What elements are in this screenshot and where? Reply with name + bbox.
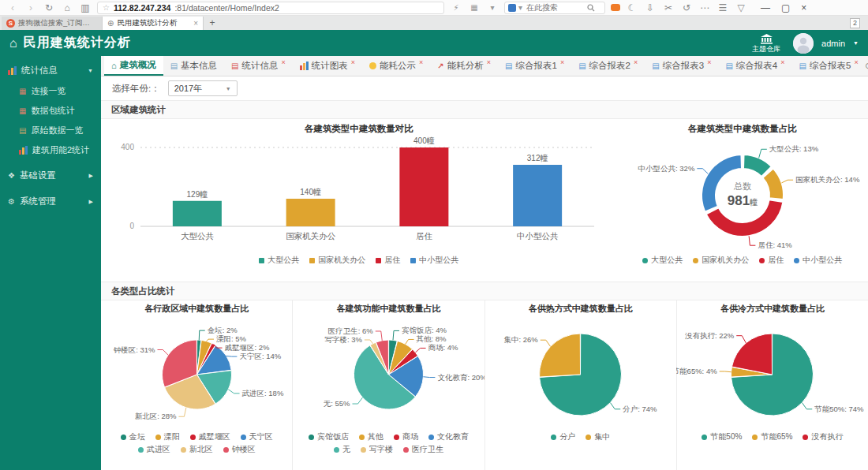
- game-center-icon[interactable]: [611, 4, 620, 11]
- pie-chart-district[interactable]: 金坛: 2%溧阳: 5%戚墅堰区: 2%天宁区: 14%武进区: 18%新北区:…: [101, 315, 293, 430]
- sidebar-item-stats-info[interactable]: 统计信息 ▼: [0, 60, 101, 81]
- legend-item[interactable]: 集中: [586, 431, 610, 442]
- screenshot-icon[interactable]: ✂: [662, 1, 675, 15]
- legend-item[interactable]: 居住: [759, 255, 784, 266]
- legend-item[interactable]: 没有执行: [803, 431, 843, 442]
- sidebar-item-system-admin[interactable]: ⚙ 系统管理 ▶: [0, 191, 101, 212]
- new-tab-button[interactable]: +: [204, 17, 221, 30]
- sidebar-item-raw-data[interactable]: ▤ 原始数据一览: [0, 121, 101, 140]
- year-select[interactable]: 2017年 ▼: [168, 80, 238, 96]
- tab-report-5[interactable]: ▤ 综合报表5 ×: [792, 56, 866, 76]
- tab-stats-info[interactable]: ▤ 统计信息 ×: [224, 56, 293, 76]
- legend-item[interactable]: 文化教育: [428, 431, 469, 442]
- donut-chart-building-share[interactable]: 大型公共: 13%国家机关办公: 14%居住: 41%中小型公共: 32%总数9…: [619, 135, 866, 253]
- search-engine-icon[interactable]: [508, 4, 516, 12]
- legend-item[interactable]: 中小型公共: [794, 255, 842, 266]
- theme-repo-button[interactable]: 主题仓库: [752, 34, 780, 53]
- close-tab-icon[interactable]: ×: [634, 58, 638, 66]
- address-bar[interactable]: ☆ 112.82.247.234:81/datacenter/Home/Inde…: [97, 2, 444, 14]
- tab-basic-info[interactable]: ▤ 基本信息: [163, 56, 224, 76]
- legend-item[interactable]: 居住: [376, 255, 400, 266]
- pie-chart-function[interactable]: 宾馆饭店: 4%其他: 8%商场: 4%文化教育: 20%无: 55%写字楼: …: [293, 315, 485, 430]
- legend-item[interactable]: 新北区: [181, 444, 213, 455]
- browser-search-box[interactable]: ▾: [504, 2, 605, 14]
- legend-item[interactable]: 天宁区: [241, 431, 273, 442]
- more-icon[interactable]: ⋯: [698, 1, 711, 15]
- bookmark-star-icon[interactable]: ☆: [103, 3, 110, 12]
- close-tab-icon[interactable]: ×: [854, 58, 858, 66]
- sidebar-item-connections[interactable]: ▦ 连接一览: [0, 81, 101, 101]
- legend-item[interactable]: 溧阳: [155, 431, 180, 442]
- refresh-tabs-icon[interactable]: ⟳: [866, 61, 868, 72]
- night-mode-icon[interactable]: ☾: [626, 1, 638, 15]
- pie-chart-heating[interactable]: 分户: 74%集中: 26%: [485, 315, 676, 430]
- legend-item[interactable]: 无: [334, 444, 350, 455]
- browser-tab-current[interactable]: ⊕ 民用建筑统计分析 ×: [103, 17, 204, 30]
- tab-building-overview[interactable]: ⌂ 建筑概况: [104, 56, 163, 76]
- close-button[interactable]: ×: [801, 2, 806, 13]
- tab-report-2[interactable]: ▤ 综合报表2 ×: [571, 56, 645, 76]
- sidebar-item-basic-settings[interactable]: ❖ 基础设置 ▶: [0, 165, 101, 186]
- legend-item[interactable]: 国家机关办公: [309, 255, 365, 266]
- svg-text:金坛: 2%: 金坛: 2%: [207, 326, 238, 334]
- legend-item[interactable]: 其他: [359, 431, 383, 442]
- close-tab-icon[interactable]: ×: [780, 58, 784, 66]
- svg-text:0: 0: [130, 222, 135, 230]
- legend-item[interactable]: 中小型公共: [410, 255, 458, 266]
- menu-icon[interactable]: ☰: [716, 1, 729, 15]
- username[interactable]: admin: [821, 39, 845, 48]
- close-tab-icon[interactable]: ×: [419, 58, 423, 66]
- bar-chart-building-count[interactable]: 4000129幢大型公共140幢国家机关办公400幢居住312幢中小型公共: [104, 135, 613, 253]
- legend-item[interactable]: 金坛: [121, 431, 145, 442]
- legend-item[interactable]: 医疗卫生: [403, 444, 443, 455]
- close-tab-icon[interactable]: ×: [487, 58, 491, 66]
- reader-mode-icon[interactable]: ▥: [79, 1, 92, 15]
- forward-icon[interactable]: ›: [24, 1, 37, 15]
- tab-report-1[interactable]: ▤ 综合报表1 ×: [498, 56, 571, 76]
- avatar[interactable]: [793, 33, 814, 54]
- minimize-button[interactable]: —: [761, 2, 770, 13]
- close-tab-icon[interactable]: ×: [707, 58, 711, 66]
- close-tab-icon[interactable]: ×: [351, 58, 355, 66]
- close-tab-icon[interactable]: ×: [282, 58, 286, 66]
- legend-item[interactable]: 国家机关办公: [693, 255, 749, 266]
- tab-energy-analysis[interactable]: ↗ 能耗分析 ×: [430, 56, 498, 76]
- legend-item[interactable]: 宾馆饭店: [309, 431, 349, 442]
- legend-item[interactable]: 戚墅堰区: [190, 431, 230, 442]
- legend-item[interactable]: 分户: [551, 431, 575, 442]
- user-menu-caret-icon[interactable]: ▼: [853, 40, 859, 46]
- refresh-icon[interactable]: ↻: [43, 1, 55, 15]
- engine-dropdown-icon[interactable]: ▾: [518, 3, 522, 12]
- browser-tab-sogou[interactable]: S 搜狗微信搜索_订阅号及文章内容独家: [2, 17, 103, 30]
- back-icon[interactable]: ‹: [6, 1, 19, 15]
- home-icon[interactable]: ⌂: [61, 1, 73, 15]
- legend-item[interactable]: 节能50%: [702, 431, 742, 442]
- legend-item[interactable]: 大型公共: [259, 255, 299, 266]
- legend-item[interactable]: 钟楼区: [223, 444, 256, 455]
- page-count-badge[interactable]: 2: [850, 18, 860, 28]
- legend-item[interactable]: 武进区: [138, 444, 170, 455]
- legend-item[interactable]: 大型公共: [642, 255, 683, 266]
- flash-icon[interactable]: ⚡: [450, 1, 462, 15]
- legend-item[interactable]: 节能65%: [752, 431, 792, 442]
- download-icon[interactable]: ⇩: [644, 1, 657, 15]
- tab-report-4[interactable]: ▤ 综合报表4 ×: [718, 56, 791, 76]
- collect-icon[interactable]: ▽: [735, 1, 747, 15]
- tab-energy-disclosure[interactable]: 能耗公示 ×: [362, 56, 430, 76]
- undo-closed-tab-icon[interactable]: ↺: [680, 1, 693, 15]
- app-home-icon[interactable]: ⌂: [9, 36, 17, 50]
- legend-item[interactable]: 写字楼: [361, 444, 393, 455]
- sidebar-item-energy2-stats[interactable]: 建筑用能2统计: [0, 140, 101, 160]
- legend-item[interactable]: 商场: [394, 431, 418, 442]
- close-tab-icon[interactable]: ×: [193, 19, 198, 28]
- search-icon[interactable]: [587, 4, 595, 12]
- search-input[interactable]: [525, 2, 585, 13]
- sidebar-item-packet-stats[interactable]: ▦ 数据包统计: [0, 101, 101, 121]
- close-tab-icon[interactable]: ×: [560, 58, 564, 66]
- restore-button[interactable]: ▢: [781, 2, 790, 13]
- tab-stats-charts[interactable]: 统计图表 ×: [293, 56, 362, 76]
- extensions-icon[interactable]: ▦: [468, 1, 481, 15]
- chevron-down-icon[interactable]: ▾: [486, 1, 499, 15]
- pie-chart-cooling[interactable]: 节能50%: 74%节能65%: 4%没有执行: 22%: [676, 315, 868, 430]
- tab-report-3[interactable]: ▤ 综合报表3 ×: [645, 56, 718, 76]
